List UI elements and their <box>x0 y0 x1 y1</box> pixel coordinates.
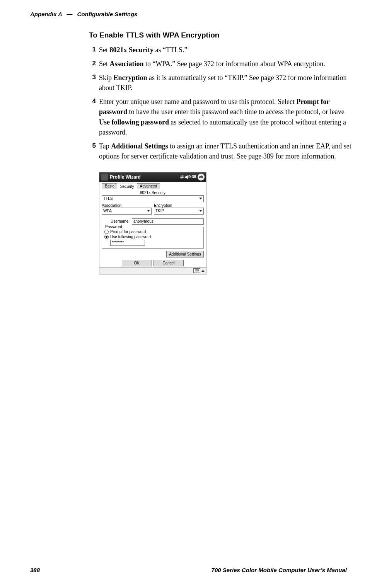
input-username-value: anonymous <box>133 219 154 223</box>
step-body: Tap Additional Settings to assign an inn… <box>99 141 352 161</box>
combo-association[interactable]: WPA <box>102 208 152 215</box>
sip-bar: ⌨ <box>99 267 206 274</box>
input-password[interactable]: ******** <box>110 240 145 246</box>
main-content: To Enable TTLS with WPA Encryption 1Set … <box>89 31 352 274</box>
ok-button[interactable]: OK <box>122 260 152 266</box>
label-association: Association <box>102 203 152 208</box>
step: 2Set Association to “WPA.” See page 372 … <box>89 59 352 69</box>
step: 3Skip Encryption as it is automatically … <box>89 73 352 93</box>
step-number: 1 <box>89 45 99 55</box>
step-body: Set Association to “WPA.” See page 372 f… <box>99 59 325 69</box>
window-titlebar: Profile Wizard ⇄ ◀ 9:38 ok <box>99 172 206 182</box>
input-username[interactable]: anonymous <box>132 218 204 225</box>
header-dash: — <box>67 11 72 17</box>
steps-list: 1Set 8021x Security as “TTLS.”2Set Assoc… <box>89 45 352 161</box>
legend-password: Password <box>104 225 123 229</box>
tab-security[interactable]: Security <box>117 184 137 189</box>
manual-title-footer: 700 Series Color Mobile Computer User’s … <box>212 567 347 573</box>
window-body: Basic Security Advanced 8021x Security T… <box>99 182 206 267</box>
radio-prompt-icon[interactable] <box>104 230 109 234</box>
combo-association-value: WPA <box>103 209 112 213</box>
step-number: 2 <box>89 59 99 69</box>
label-encryption: Encryption <box>154 203 204 208</box>
running-header: Appendix A — Configurable Settings <box>30 11 137 17</box>
status-time: ⇄ ◀ 9:38 <box>180 174 196 179</box>
step-body: Skip Encryption as it is automatically s… <box>99 73 352 93</box>
cancel-button[interactable]: Cancel <box>154 260 184 266</box>
radio-use-following-icon[interactable] <box>104 235 109 239</box>
step: 4Enter your unique user name and passwor… <box>89 97 352 137</box>
fieldset-password: Password Prompt for password Use followi… <box>102 227 204 249</box>
step-number: 5 <box>89 141 99 161</box>
page-number: 388 <box>30 567 40 573</box>
radio-prompt-label: Prompt for password <box>110 230 146 234</box>
label-username: Username: <box>102 219 130 223</box>
label-8021x-security: 8021x Security <box>102 191 204 195</box>
ok-circle-button[interactable]: ok <box>198 174 205 181</box>
tab-basic[interactable]: Basic <box>102 183 117 189</box>
additional-settings-button[interactable]: Additional Settings <box>166 251 204 257</box>
step: 1Set 8021x Security as “TTLS.” <box>89 45 352 55</box>
radio-use-following-row[interactable]: Use following password: <box>104 235 201 239</box>
section-title: To Enable TTLS with WPA Encryption <box>89 31 352 39</box>
header-title: Configurable Settings <box>77 11 138 17</box>
combo-encryption[interactable]: TKIP <box>154 208 204 215</box>
tab-advanced[interactable]: Advanced <box>137 183 160 189</box>
radio-prompt-row[interactable]: Prompt for password <box>104 230 201 234</box>
keyboard-icon[interactable]: ⌨ <box>193 268 200 273</box>
step-body: Enter your unique user name and password… <box>99 97 352 137</box>
combo-8021x-value: TTLS <box>103 196 113 201</box>
embedded-screenshot: Profile Wizard ⇄ ◀ 9:38 ok Basic Securit… <box>99 172 206 274</box>
tabs: Basic Security Advanced <box>102 183 204 189</box>
combo-encryption-value: TKIP <box>155 209 164 213</box>
input-password-value: ******** <box>112 240 124 245</box>
up-arrow-icon[interactable] <box>201 270 205 272</box>
step-number: 4 <box>89 97 99 137</box>
header-appendix: Appendix A <box>30 11 62 17</box>
windows-logo-icon <box>101 174 108 181</box>
step-number: 3 <box>89 73 99 93</box>
window-title: Profile Wizard <box>110 174 180 180</box>
radio-use-following-label: Use following password: <box>110 235 152 239</box>
combo-8021x-security[interactable]: TTLS <box>102 195 204 202</box>
step: 5Tap Additional Settings to assign an in… <box>89 141 352 161</box>
step-body: Set 8021x Security as “TTLS.” <box>99 45 187 55</box>
